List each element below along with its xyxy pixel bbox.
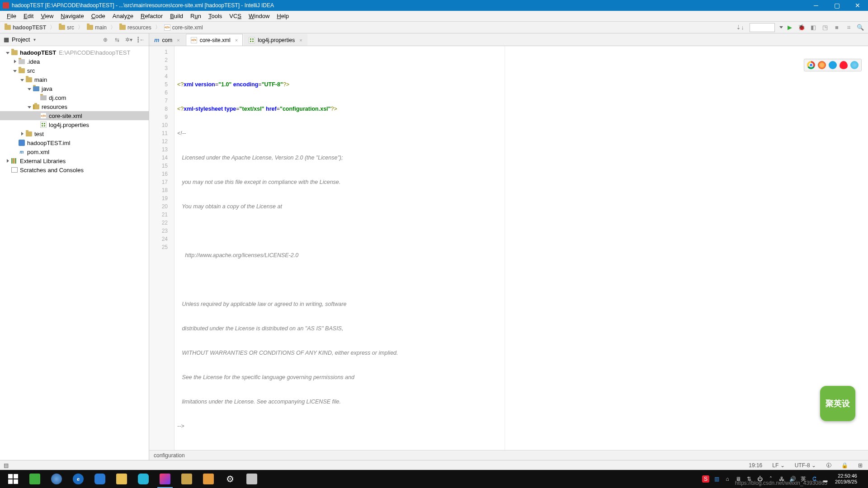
firefox-icon[interactable] xyxy=(818,61,826,69)
taskbar-app-2[interactable] xyxy=(46,470,67,488)
system-clock[interactable]: 22:50:46 2019/8/25 xyxy=(832,473,860,485)
ie-icon[interactable] xyxy=(829,61,837,69)
encoding[interactable]: UTF-8 xyxy=(795,462,810,469)
line-separator[interactable]: LF xyxy=(772,462,778,469)
menu-refactor[interactable]: Refactor xyxy=(137,12,166,20)
tree-main[interactable]: main xyxy=(0,75,149,84)
editor-tab-core-site[interactable]: </>core-site.xml× xyxy=(186,34,243,46)
taskbar-app-1[interactable] xyxy=(24,470,45,488)
tray-network-icon[interactable]: 🖧 xyxy=(778,475,785,483)
menu-navigate[interactable]: Navigate xyxy=(57,12,87,20)
menu-vcs[interactable]: VCS xyxy=(226,12,245,20)
taskbar-settings[interactable]: ⚙ xyxy=(220,470,241,488)
crumb-main[interactable]: main xyxy=(95,24,107,31)
menu-help[interactable]: Help xyxy=(274,12,292,20)
collapse-button[interactable]: ⊕ xyxy=(101,35,110,44)
tree-src[interactable]: src xyxy=(0,66,149,75)
menu-window[interactable]: Window xyxy=(245,12,273,20)
menu-edit[interactable]: Edit xyxy=(20,12,37,20)
stop-button[interactable]: ■ xyxy=(832,23,842,33)
tray-bluetooth-icon[interactable]: ⵛ xyxy=(811,475,818,483)
menu-analyze[interactable]: Analyze xyxy=(109,12,137,20)
menu-build[interactable]: Build xyxy=(167,12,186,20)
editor-crumb-configuration[interactable]: configuration xyxy=(154,452,185,459)
coverage-button[interactable]: ◧ xyxy=(808,23,818,33)
tray-chevron-up-icon[interactable]: ˄ xyxy=(767,475,774,483)
close-icon[interactable]: × xyxy=(177,38,179,43)
opera-icon[interactable] xyxy=(840,61,848,69)
tree-log4j[interactable]: log4j.properties xyxy=(0,120,149,129)
taskbar-wps[interactable] xyxy=(90,470,110,488)
tree-pom[interactable]: mpom.xml xyxy=(0,147,149,156)
window-close-button[interactable]: ✕ xyxy=(847,0,868,11)
dropdown-icon[interactable] xyxy=(779,26,783,28)
tray-icon[interactable]: ⌂ xyxy=(724,475,731,483)
tree-scratches[interactable]: Scratches and Consoles xyxy=(0,165,149,174)
close-icon[interactable]: × xyxy=(299,38,302,43)
tree-external-libs[interactable]: External Libraries xyxy=(0,156,149,165)
taskbar-explorer[interactable] xyxy=(111,470,132,488)
tree-resources[interactable]: resources xyxy=(0,102,149,111)
editor-tab-com[interactable]: mcom× xyxy=(149,34,185,46)
tray-volume-icon[interactable]: 🔊 xyxy=(789,475,796,483)
memory-icon[interactable]: ⊞ xyxy=(856,462,864,469)
tray-icon[interactable]: ▥ xyxy=(713,475,720,483)
system-tray[interactable]: S ▥ ⌂ 🖥 ⇅ ⏻ ˄ 🖧 🔊 英 ⵛ ▂ 22:50:46 2019/8/… xyxy=(702,473,865,485)
lock-icon[interactable]: 🔒 xyxy=(840,462,850,469)
menu-run[interactable]: Run xyxy=(187,12,204,20)
crumb-src[interactable]: src xyxy=(67,24,74,31)
status-icon[interactable]: ▤ xyxy=(4,462,9,469)
tree-java[interactable]: java xyxy=(0,84,149,93)
start-button[interactable] xyxy=(3,470,24,488)
tree-root[interactable]: hadoopTESTE:\API\CODE\hadoopTEST xyxy=(0,48,149,57)
search-button[interactable]: 🔍 xyxy=(855,23,865,33)
run-button[interactable]: ▶ xyxy=(785,23,795,33)
crumb-core-site[interactable]: core-site.xml xyxy=(172,24,203,31)
editor-body[interactable]: 1234567891011121314151617181920212223242… xyxy=(149,46,868,450)
taskbar-app-11[interactable] xyxy=(241,470,262,488)
tray-icon[interactable]: ⏻ xyxy=(756,475,764,483)
hide-button[interactable]: ┇← xyxy=(136,35,145,44)
project-structure-button[interactable]: ⌗ xyxy=(844,23,854,33)
tree-idea[interactable]: .idea xyxy=(0,57,149,66)
menu-code[interactable]: Code xyxy=(88,12,108,20)
taskbar-app-8[interactable] xyxy=(176,470,197,488)
tray-icon[interactable]: ⇅ xyxy=(745,475,753,483)
code-editor[interactable]: <?xml version="1.0" encoding="UTF-8"?> <… xyxy=(175,46,868,450)
menu-file[interactable]: File xyxy=(4,12,19,20)
tree-iml[interactable]: hadoopTEST.iml xyxy=(0,138,149,147)
editor-breadcrumb-bar[interactable]: configuration xyxy=(149,450,868,460)
tray-icon[interactable]: 🖥 xyxy=(735,475,742,483)
taskbar-app-9[interactable] xyxy=(198,470,219,488)
crumb-hadooptest[interactable]: hadoopTEST xyxy=(13,24,46,31)
project-panel-title[interactable]: Project xyxy=(12,36,30,43)
build-icon[interactable]: ⇣↓ xyxy=(735,23,745,33)
profile-button[interactable]: ◳ xyxy=(820,23,830,33)
caret-position[interactable]: 19:16 xyxy=(747,462,764,469)
taskbar-edge[interactable]: e xyxy=(68,470,89,488)
taskbar-intellij[interactable] xyxy=(155,470,175,488)
window-minimize-button[interactable]: ─ xyxy=(806,0,826,11)
inspections-icon[interactable]: 🛈 xyxy=(824,462,833,469)
options-button[interactable]: ✲▾ xyxy=(124,35,133,44)
run-config-combo[interactable] xyxy=(750,23,775,32)
debug-button[interactable]: 🐞 xyxy=(797,23,807,33)
expand-button[interactable]: ⇆ xyxy=(113,35,122,44)
tray-input-icon[interactable]: 英 xyxy=(800,475,807,483)
window-maximize-button[interactable]: ▢ xyxy=(826,0,847,11)
project-tree[interactable]: hadoopTESTE:\API\CODE\hadoopTEST .idea s… xyxy=(0,46,149,460)
tray-battery-icon[interactable]: ▂ xyxy=(821,475,829,483)
breadcrumb[interactable]: hadoopTEST 〉 src 〉 main 〉 resources 〉 </… xyxy=(3,23,205,32)
menu-view[interactable]: View xyxy=(38,12,57,20)
menu-tools[interactable]: Tools xyxy=(205,12,225,20)
editor-tab-log4j[interactable]: log4j.properties× xyxy=(244,34,307,46)
tree-core-site[interactable]: </>core-site.xml xyxy=(0,111,149,120)
tree-test[interactable]: test xyxy=(0,129,149,138)
taskbar-app-6[interactable] xyxy=(133,470,154,488)
crumb-resources[interactable]: resources xyxy=(127,24,151,31)
tray-icon[interactable]: S xyxy=(702,475,709,483)
close-icon[interactable]: × xyxy=(235,38,238,43)
tree-pkg[interactable]: dj.com xyxy=(0,93,149,102)
chrome-icon[interactable] xyxy=(807,61,815,69)
edge-icon[interactable] xyxy=(850,61,859,69)
